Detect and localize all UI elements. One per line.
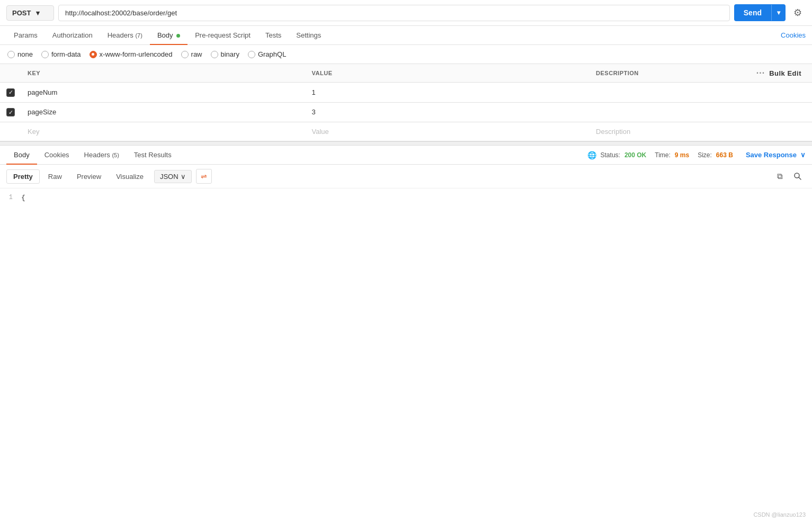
time-label: Time: bbox=[655, 151, 671, 159]
response-body: 1{ bbox=[0, 188, 812, 368]
format-row: Pretty Raw Preview Visualize JSON ∨ ⇌ ⧉ bbox=[0, 165, 812, 188]
save-response-button[interactable]: Save Response ∨ bbox=[746, 151, 806, 159]
cookies-link[interactable]: Cookies bbox=[781, 31, 806, 39]
row-value-2[interactable]: 3 bbox=[306, 102, 590, 122]
tab-body[interactable]: Body bbox=[150, 26, 188, 44]
format-right-actions: ⧉ bbox=[772, 169, 806, 184]
response-meta: 🌐 Status: 200 OK Time: 9 ms Size: 663 B … bbox=[587, 151, 806, 159]
col-key: KEY bbox=[21, 64, 306, 83]
wrap-button[interactable]: ⇌ bbox=[196, 169, 212, 184]
empty-value-placeholder: Value bbox=[312, 128, 329, 136]
res-tab-test-results[interactable]: Test Results bbox=[127, 146, 179, 164]
gear-icon[interactable]: ⚙ bbox=[790, 5, 806, 21]
url-input[interactable] bbox=[58, 5, 730, 21]
size-label: Size: bbox=[698, 151, 712, 159]
row-value-1[interactable]: 1 bbox=[306, 83, 590, 103]
json-chevron-icon: ∨ bbox=[181, 173, 186, 181]
empty-desc-placeholder: Description bbox=[596, 128, 630, 136]
method-chevron-icon: ▾ bbox=[36, 9, 40, 17]
search-button[interactable] bbox=[790, 169, 806, 184]
table-row: pageNum 1 bbox=[0, 83, 812, 103]
status-value: 200 OK bbox=[624, 151, 646, 159]
col-value: VALUE bbox=[306, 64, 590, 83]
radio-raw[interactable] bbox=[181, 51, 189, 58]
radio-urlencoded[interactable] bbox=[90, 51, 97, 58]
row-key-1[interactable]: pageNum bbox=[21, 83, 306, 103]
row-checkbox-1[interactable] bbox=[6, 88, 15, 97]
row-desc-1[interactable] bbox=[590, 83, 743, 103]
section-divider bbox=[0, 141, 812, 146]
row-desc-2[interactable] bbox=[590, 102, 743, 122]
copy-button[interactable]: ⧉ bbox=[772, 169, 788, 184]
body-type-urlencoded[interactable]: x-www-form-urlencoded bbox=[90, 50, 173, 58]
json-format-select[interactable]: JSON ∨ bbox=[154, 170, 192, 183]
globe-icon: 🌐 bbox=[587, 151, 596, 159]
fmt-tab-raw[interactable]: Raw bbox=[42, 170, 68, 183]
request-tabs: Params Authorization Headers (7) Body Pr… bbox=[0, 26, 812, 45]
res-tab-body[interactable]: Body bbox=[6, 146, 37, 164]
tab-params[interactable]: Params bbox=[6, 26, 45, 44]
send-button[interactable]: Send ▾ bbox=[734, 4, 786, 21]
fmt-tab-pretty[interactable]: Pretty bbox=[6, 169, 40, 184]
method-select[interactable]: POST ▾ bbox=[6, 5, 54, 21]
body-type-none[interactable]: none bbox=[7, 50, 33, 58]
empty-row: Key Value Description bbox=[0, 122, 812, 141]
tab-tests[interactable]: Tests bbox=[258, 26, 289, 44]
body-type-binary[interactable]: binary bbox=[211, 50, 239, 58]
empty-key-placeholder: Key bbox=[28, 128, 39, 136]
top-bar: POST ▾ Send ▾ ⚙ bbox=[0, 0, 812, 26]
size-value: 663 B bbox=[716, 151, 733, 159]
svg-line-1 bbox=[799, 177, 801, 179]
fmt-tab-visualize[interactable]: Visualize bbox=[110, 170, 150, 183]
fmt-tab-preview[interactable]: Preview bbox=[70, 170, 108, 183]
res-tab-headers[interactable]: Headers (5) bbox=[77, 146, 127, 164]
tab-authorization[interactable]: Authorization bbox=[45, 26, 100, 44]
body-type-form-data[interactable]: form-data bbox=[41, 50, 81, 58]
status-label: Status: bbox=[601, 151, 620, 159]
send-label: Send bbox=[734, 4, 771, 21]
body-type-raw[interactable]: raw bbox=[181, 50, 202, 58]
radio-graphql[interactable] bbox=[248, 51, 255, 58]
radio-none[interactable] bbox=[7, 51, 15, 58]
body-type-graphql[interactable]: GraphQL bbox=[248, 50, 286, 58]
radio-binary[interactable] bbox=[211, 51, 218, 58]
time-value: 9 ms bbox=[675, 151, 689, 159]
more-options-icon[interactable]: ··· bbox=[756, 68, 765, 78]
tab-prerequest[interactable]: Pre-request Script bbox=[188, 26, 258, 44]
row-checkbox-2[interactable] bbox=[6, 108, 15, 116]
code-line: 1{ bbox=[0, 193, 812, 204]
body-type-row: none form-data x-www-form-urlencoded raw… bbox=[0, 45, 812, 64]
body-dot-indicator bbox=[176, 34, 180, 38]
method-label: POST bbox=[12, 9, 31, 17]
bulk-edit-button[interactable]: Bulk Edit bbox=[769, 69, 801, 77]
radio-form-data[interactable] bbox=[41, 51, 49, 58]
row-key-2[interactable]: pageSize bbox=[21, 102, 306, 122]
tab-settings[interactable]: Settings bbox=[289, 26, 328, 44]
wrap-icon: ⇌ bbox=[201, 172, 207, 181]
tab-headers[interactable]: Headers (7) bbox=[100, 26, 150, 44]
res-tab-cookies[interactable]: Cookies bbox=[37, 146, 77, 164]
code-area[interactable]: 1{ bbox=[0, 188, 812, 368]
params-table: KEY VALUE DESCRIPTION ··· Bulk Edit page… bbox=[0, 64, 812, 141]
table-row: pageSize 3 bbox=[0, 102, 812, 122]
response-tabs: Body Cookies Headers (5) Test Results 🌐 … bbox=[0, 146, 812, 165]
col-description: DESCRIPTION bbox=[590, 64, 743, 83]
send-arrow-icon[interactable]: ▾ bbox=[771, 5, 786, 21]
